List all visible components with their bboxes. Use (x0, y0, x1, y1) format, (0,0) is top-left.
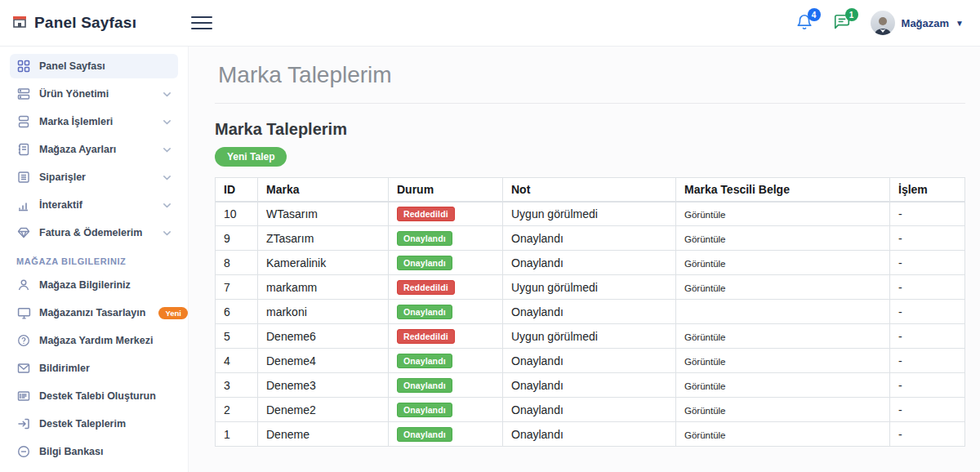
sidebar-item-label: İnteraktif (39, 199, 82, 211)
table-row: 10WTasarımReddedildiUygun görülmediGörün… (216, 202, 965, 226)
cell-durum: Reddedildi (389, 275, 503, 300)
monitor-icon (16, 305, 31, 320)
bell-count-badge: 4 (808, 8, 821, 21)
cell-durum: Onaylandı (389, 373, 503, 398)
cell-id: 8 (216, 251, 258, 275)
view-document-link[interactable]: Görüntüle (684, 259, 726, 269)
cell-marka: Deneme6 (258, 324, 389, 349)
cell-not: Uygun görülmedi (503, 324, 676, 349)
sidebar-item-label: Siparişler (39, 171, 86, 183)
cell-islem: - (890, 373, 965, 398)
cell-islem: - (890, 349, 965, 373)
notifications-bell-button[interactable]: 4 (795, 13, 815, 33)
cell-marka: Deneme2 (258, 398, 389, 422)
cell-id: 9 (216, 226, 258, 251)
cell-islem: - (890, 202, 965, 226)
cell-belge: Görüntüle (676, 226, 890, 251)
sidebar-item-bilgi-bankasi[interactable]: Bilgi Bankası (10, 439, 178, 464)
chat-icon (833, 20, 851, 33)
column-header: Not (503, 178, 676, 202)
cell-islem: - (890, 251, 965, 275)
sidebar-item-interaktif[interactable]: İnteraktif (10, 193, 178, 217)
cell-id: 4 (216, 349, 258, 373)
chevron-down-icon (163, 145, 172, 154)
view-document-link[interactable]: Görüntüle (684, 210, 726, 220)
column-header: Durum (389, 178, 503, 202)
view-document-link[interactable]: Görüntüle (684, 234, 726, 244)
column-header: Marka Tescili Belge (676, 178, 890, 202)
table-row: 2Deneme2OnaylandıOnaylandıGörüntüle- (216, 398, 965, 422)
person-icon (16, 278, 31, 292)
messages-button[interactable]: 1 (833, 13, 853, 33)
topbar: Panel Sayfası 4 1 (0, 0, 980, 46)
envelope-icon (16, 361, 31, 376)
cell-marka: markamm (258, 275, 389, 300)
status-badge: Reddedildi (397, 280, 455, 295)
cell-durum: Onaylandı (389, 398, 503, 422)
status-badge: Onaylandı (397, 305, 452, 319)
cell-not: Onaylandı (503, 300, 676, 324)
sidebar-item-siparisler[interactable]: Siparişler (10, 165, 178, 189)
cell-belge: Görüntüle (676, 349, 890, 373)
chevron-down-icon (163, 173, 172, 182)
sidebar-item-magaza-ayarlari[interactable]: Mağaza Ayarları (10, 137, 178, 162)
cell-belge: Görüntüle (676, 275, 890, 300)
cell-islem: - (890, 398, 965, 422)
cell-marka: markoni (258, 300, 389, 324)
chevron-down-icon (163, 90, 172, 99)
view-document-link[interactable]: Görüntüle (684, 406, 726, 416)
status-badge: Onaylandı (397, 231, 452, 246)
sidebar-item-urun-yonetimi[interactable]: Ürün Yönetimi (10, 82, 178, 106)
sidebar-item-marka-islemleri[interactable]: Marka İşlemleri (10, 109, 178, 134)
journal-icon (16, 142, 31, 157)
cell-islem: - (890, 422, 965, 447)
cell-marka: ZTasarım (258, 226, 389, 251)
view-document-link[interactable]: Görüntüle (684, 283, 726, 293)
cell-not: Uygun görülmedi (503, 202, 676, 226)
cell-id: 1 (216, 422, 258, 447)
stack-icon (16, 114, 31, 129)
column-header: Marka (258, 178, 389, 202)
cell-durum: Onaylandı (389, 422, 503, 447)
main-content: Marka Taleplerim Marka Taleplerim Yeni T… (188, 46, 980, 472)
sidebar-item-magaza-bilgileriniz[interactable]: Mağaza Bilgileriniz (10, 273, 178, 297)
sidebar-item-bildirimler[interactable]: Bildirimler (10, 356, 178, 381)
status-badge: Onaylandı (397, 378, 452, 393)
table-row: 6markoniOnaylandıOnaylandı- (216, 300, 965, 324)
sidebar-item-magazanizi-tasarlayin[interactable]: Mağazanızı TasarlayınYeni (10, 301, 178, 325)
cell-id: 6 (216, 300, 258, 324)
status-badge: Onaylandı (397, 403, 452, 417)
sidebar-item-magaza-yardim-merkezi[interactable]: Mağaza Yardım Merkezi (10, 328, 178, 353)
new-badge: Yeni (158, 307, 188, 319)
storefront-icon (11, 13, 28, 33)
sidebar-item-fatura-odemelerim[interactable]: Fatura & Ödemelerim (10, 220, 178, 245)
hamburger-menu-icon[interactable] (191, 16, 212, 29)
view-document-link[interactable]: Görüntüle (684, 381, 726, 391)
user-menu[interactable]: Mağazam ▼ (871, 11, 964, 35)
messages-count-badge: 1 (845, 8, 858, 21)
sidebar-item-destek-taleplerim[interactable]: Destek Taleplerim (10, 412, 178, 436)
sidebar-item-destek-talebi-olusturun[interactable]: Destek Talebi Oluşturun (10, 384, 178, 408)
question-circle-icon (16, 333, 31, 348)
cell-belge: Görüntüle (676, 422, 890, 447)
sidebar-item-label: Mağaza Bilgileriniz (39, 279, 131, 291)
sidebar-item-panel-sayfasi[interactable]: Panel Sayfası (10, 54, 178, 78)
cell-durum: Reddedildi (389, 324, 503, 349)
topbar-right: 4 1 Mağazam ▼ (795, 11, 980, 35)
cell-islem: - (890, 300, 965, 324)
view-document-link[interactable]: Görüntüle (684, 357, 726, 367)
sidebar-item-label: Fatura & Ödemelerim (39, 227, 142, 238)
sidebar-section-title: MAĞAZA BILGILERINIZ (10, 248, 178, 273)
cell-belge: Görüntüle (676, 373, 890, 398)
sign-in-icon (16, 416, 31, 431)
cell-id: 7 (216, 275, 258, 300)
card-list-icon (16, 389, 31, 403)
caret-down-icon: ▼ (956, 19, 964, 28)
chevron-down-icon (163, 229, 172, 238)
cell-islem: - (890, 324, 965, 349)
view-document-link[interactable]: Görüntüle (684, 332, 726, 342)
view-document-link[interactable]: Görüntüle (684, 430, 726, 440)
cell-durum: Onaylandı (389, 226, 503, 251)
cell-not: Uygun görülmedi (503, 275, 676, 300)
new-request-button[interactable]: Yeni Talep (215, 147, 287, 167)
